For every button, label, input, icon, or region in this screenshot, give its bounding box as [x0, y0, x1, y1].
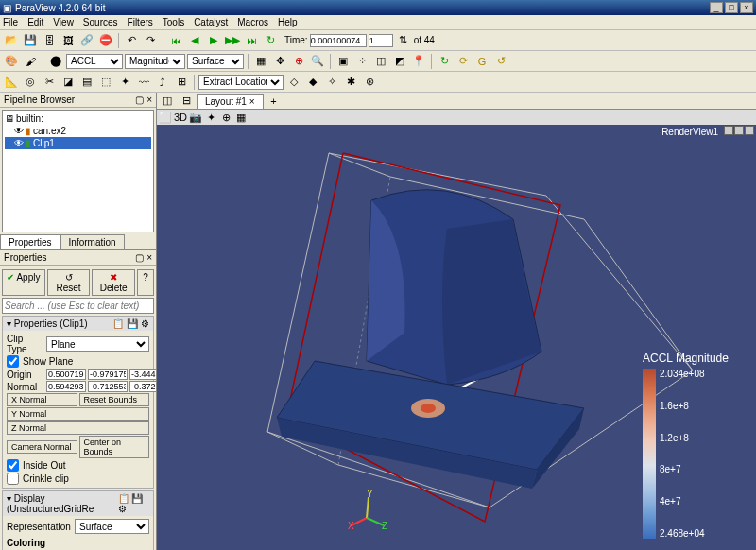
- frame-spinner-icon[interactable]: ⇅: [395, 32, 412, 49]
- menu-catalyst[interactable]: Catalyst: [194, 17, 228, 27]
- layout-tab[interactable]: Layout #1 ×: [197, 94, 264, 109]
- render-view[interactable]: RenderView1: [157, 125, 756, 550]
- reset-plusy-icon[interactable]: ⟳: [455, 53, 472, 70]
- show-plane-checkbox[interactable]: [7, 355, 19, 368]
- extract-icon[interactable]: ⬚: [97, 74, 114, 91]
- solid-color-icon[interactable]: ⬤: [47, 53, 64, 70]
- reset-bounds-button[interactable]: Reset Bounds: [79, 393, 150, 406]
- color-preset-icon[interactable]: 🎨: [3, 53, 20, 70]
- color-attr-select[interactable]: Magnitude: [125, 54, 185, 69]
- znormal-button[interactable]: Z Normal: [7, 421, 149, 435]
- vcr-next-icon[interactable]: ▶▶: [224, 32, 241, 49]
- restore-icon[interactable]: 💾: [131, 493, 143, 504]
- inside-out-checkbox[interactable]: [7, 459, 19, 472]
- ynormal-button[interactable]: Y Normal: [7, 407, 149, 421]
- clip-icon[interactable]: ✂: [41, 74, 58, 91]
- clip-type-select[interactable]: Plane: [46, 336, 149, 352]
- advanced-toggle-icon[interactable]: ⚙: [141, 318, 149, 329]
- vcr-last-icon[interactable]: ⏭: [243, 32, 260, 49]
- maximize-button[interactable]: □: [725, 2, 738, 13]
- warp-icon[interactable]: ⤴: [154, 74, 171, 91]
- screenshot-icon[interactable]: 🖼: [60, 32, 77, 49]
- view-bounds-icon[interactable]: ▦: [234, 111, 248, 124]
- rotate2-icon[interactable]: ↺: [492, 53, 509, 70]
- menu-view[interactable]: View: [53, 17, 74, 27]
- save-icon[interactable]: 💾: [22, 32, 39, 49]
- clip-section-header[interactable]: ▾ Properties (Clip1) 📋 💾 ⚙: [3, 317, 153, 331]
- undo-icon[interactable]: ↶: [123, 32, 140, 49]
- cam-normal-button[interactable]: Camera Normal: [7, 440, 77, 454]
- color-field-select[interactable]: ACCL: [66, 54, 123, 69]
- glyph-icon[interactable]: ✦: [116, 74, 133, 91]
- select-points-icon[interactable]: ⁘: [353, 53, 370, 70]
- calculator-icon[interactable]: 📐: [3, 74, 20, 91]
- pipeline-tree[interactable]: 🖥builtin: 👁▮can.ex2 👁▮Clip1: [2, 110, 154, 232]
- menu-macros[interactable]: Macros: [237, 17, 268, 27]
- misc-filter3-icon[interactable]: ✧: [323, 74, 340, 91]
- vcr-play-icon[interactable]: ▶: [205, 32, 222, 49]
- disconnect-icon[interactable]: ⛔: [97, 32, 114, 49]
- origin-y-input[interactable]: [88, 369, 128, 380]
- copy-icon[interactable]: 📋: [118, 493, 129, 504]
- threshold-icon[interactable]: ▤: [78, 74, 95, 91]
- misc-filter4-icon[interactable]: ✱: [342, 74, 359, 91]
- origin-x-input[interactable]: [46, 369, 86, 380]
- center-bounds-button[interactable]: Center on Bounds: [79, 436, 150, 458]
- interaction-icon[interactable]: ✥: [271, 53, 288, 70]
- split-h-icon[interactable]: ◫: [159, 93, 176, 110]
- advanced-toggle-icon[interactable]: ⚙: [118, 504, 127, 514]
- misc-filter5-icon[interactable]: ⊛: [361, 74, 378, 91]
- tab-information[interactable]: Information: [60, 234, 125, 249]
- contour-icon[interactable]: ◎: [22, 74, 39, 91]
- menu-tools[interactable]: Tools: [163, 17, 184, 27]
- xnormal-button[interactable]: X Normal: [7, 393, 77, 406]
- save-data-icon[interactable]: 🗄: [41, 32, 58, 49]
- misc-filter1-icon[interactable]: ◇: [285, 74, 302, 91]
- pick-icon[interactable]: ⊕: [290, 53, 307, 70]
- connect-icon[interactable]: 🔗: [78, 32, 95, 49]
- crinkle-checkbox[interactable]: [7, 473, 19, 485]
- eye-icon[interactable]: 👁: [14, 126, 24, 136]
- close-button[interactable]: ×: [740, 2, 753, 13]
- add-layout-icon[interactable]: +: [266, 93, 283, 110]
- dock-close-icon[interactable]: ▢ ×: [135, 252, 152, 263]
- select-cells-icon[interactable]: ▣: [335, 53, 352, 70]
- select-frustum-icon[interactable]: ◫: [372, 53, 389, 70]
- view-center-icon[interactable]: ⊕: [219, 111, 232, 124]
- menu-help[interactable]: Help: [278, 17, 298, 27]
- normal-y-input[interactable]: [88, 381, 128, 392]
- copy-icon[interactable]: 📋: [112, 318, 124, 329]
- normal-z-input[interactable]: [129, 381, 156, 392]
- tab-properties[interactable]: Properties: [0, 234, 60, 249]
- group-icon[interactable]: ⊞: [173, 74, 190, 91]
- repr-select[interactable]: Surface: [75, 519, 149, 534]
- color-legend[interactable]: ACCL Magnitude 2.034e+08 1.6e+8 1.2e+8 8…: [643, 352, 743, 539]
- origin-z-input[interactable]: [129, 369, 156, 380]
- view-camera-icon[interactable]: 📷: [189, 111, 202, 124]
- help-button[interactable]: ?: [137, 269, 154, 296]
- menu-file[interactable]: File: [3, 17, 18, 27]
- apply-button[interactable]: ✔ Apply: [2, 269, 45, 296]
- restore-icon[interactable]: 💾: [127, 318, 138, 329]
- normal-x-input[interactable]: [46, 381, 86, 392]
- vcr-loop-icon[interactable]: ↻: [262, 32, 279, 49]
- zoom-data-icon[interactable]: 🔍: [309, 53, 326, 70]
- search-input[interactable]: [2, 298, 154, 314]
- time-frame-input[interactable]: [369, 34, 393, 47]
- minimize-button[interactable]: _: [710, 2, 723, 13]
- menu-edit[interactable]: Edit: [27, 17, 43, 27]
- dock-close-icon[interactable]: ▢ ×: [135, 95, 152, 105]
- cube-axes-icon[interactable]: ▦: [252, 53, 269, 70]
- extract-location-select[interactable]: Extract Location: [198, 75, 284, 90]
- vcr-back-icon[interactable]: ◀: [186, 32, 203, 49]
- stream-icon[interactable]: 〰: [135, 74, 152, 91]
- reset-plusx-icon[interactable]: ↻: [436, 53, 453, 70]
- slice-icon[interactable]: ◪: [60, 74, 77, 91]
- misc-filter2-icon[interactable]: ◆: [304, 74, 321, 91]
- menu-sources[interactable]: Sources: [83, 17, 118, 27]
- vcr-first-icon[interactable]: ⏮: [167, 32, 184, 49]
- probe-icon[interactable]: 📍: [410, 53, 427, 70]
- eye-icon[interactable]: 👁: [14, 138, 24, 148]
- menu-filters[interactable]: Filters: [128, 17, 153, 27]
- view-render-icon[interactable]: ⬜: [159, 111, 172, 124]
